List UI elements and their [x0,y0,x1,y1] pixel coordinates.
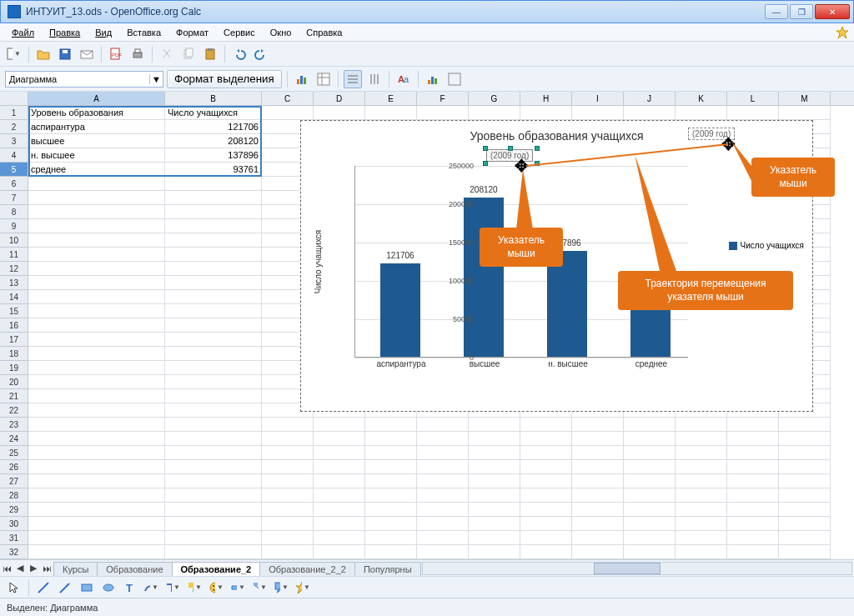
cell-A11[interactable] [28,248,165,262]
sheet-tab-3[interactable]: Образование_2 [172,562,261,576]
cell-grid[interactable]: Уровень образованияЧисло учащихсяаспиран… [28,106,854,559]
print-button[interactable] [128,45,147,63]
cell-K24[interactable] [676,432,727,446]
cell-B3[interactable]: 208120 [165,134,262,148]
cell-C1[interactable] [262,106,314,120]
save-button[interactable] [56,45,74,63]
stars-tool[interactable]: ▼ [294,578,313,597]
cell-J26[interactable] [624,460,676,474]
col-header-A[interactable]: A [28,92,165,105]
col-header-C[interactable]: C [262,92,314,105]
cell-B24[interactable] [165,432,262,446]
cell-I26[interactable] [572,460,624,474]
cell-A24[interactable] [28,432,165,446]
row-header-30[interactable]: 30 [0,517,28,531]
cell-J23[interactable] [624,418,676,432]
tab-nav-next[interactable]: ▶ [27,562,40,575]
cell-H31[interactable] [520,531,572,545]
cell-G29[interactable] [469,503,520,517]
menu-service[interactable]: Сервис [217,26,262,39]
cell-M29[interactable] [779,503,831,517]
cell-A5[interactable]: среднее [28,163,165,177]
col-header-E[interactable]: E [365,92,417,105]
cell-A15[interactable] [28,304,165,318]
cell-H27[interactable] [520,474,572,488]
row-header-20[interactable]: 20 [0,375,28,389]
cell-F31[interactable] [417,531,469,545]
cell-K28[interactable] [676,488,727,503]
col-header-J[interactable]: J [624,92,676,105]
cell-E1[interactable] [365,106,417,120]
cell-J24[interactable] [624,432,676,446]
cell-F29[interactable] [417,503,469,517]
row-header-12[interactable]: 12 [0,262,28,276]
cell-B14[interactable] [165,290,262,304]
rect-tool[interactable] [78,578,96,597]
cell-B6[interactable] [165,177,262,191]
cell-M1[interactable] [779,106,831,120]
cell-B23[interactable] [165,418,262,432]
cell-I1[interactable] [572,106,624,120]
format-selection-button[interactable]: Формат выделения [167,70,282,88]
cell-H24[interactable] [520,432,572,446]
cell-E24[interactable] [365,432,417,446]
select-tool[interactable] [5,578,23,597]
open-button[interactable] [34,45,53,63]
col-header-L[interactable]: L [727,92,779,105]
cell-F26[interactable] [417,460,469,474]
cell-D24[interactable] [314,432,365,446]
row-header-26[interactable]: 26 [0,460,28,474]
chart-type-button[interactable] [293,70,311,88]
menu-window[interactable]: Окно [264,26,299,39]
cell-L1[interactable] [727,106,779,120]
cell-J29[interactable] [624,503,676,517]
row-header-22[interactable]: 22 [0,403,28,418]
row-header-17[interactable]: 17 [0,333,28,347]
chart-subtitle-original[interactable]: (2009 год) [486,149,533,162]
vgrid-button[interactable] [365,70,384,88]
cell-A17[interactable] [28,333,165,347]
restore-button[interactable]: ❐ [790,4,813,19]
cell-J31[interactable] [624,531,676,545]
cell-F25[interactable] [417,446,469,460]
cell-A1[interactable]: Уровень образования [28,106,165,120]
cell-I30[interactable] [572,517,624,531]
cell-K23[interactable] [676,418,727,432]
cell-E26[interactable] [365,460,417,474]
row-header-1[interactable]: 1 [0,106,28,120]
spreadsheet[interactable]: ABCDEFGHIJKLM 12345678910111213141516171… [0,92,854,559]
cell-K26[interactable] [676,460,727,474]
cell-F23[interactable] [417,418,469,432]
row-header-29[interactable]: 29 [0,503,28,517]
menu-view[interactable]: Вид [88,26,118,39]
cell-L23[interactable] [727,418,779,432]
tab-nav-prev[interactable]: ◀ [13,562,27,575]
cell-E30[interactable] [365,517,417,531]
cell-B31[interactable] [165,531,262,545]
cell-B7[interactable] [165,191,262,205]
row-header-32[interactable]: 32 [0,545,28,559]
cell-A30[interactable] [28,517,165,531]
cell-I24[interactable] [572,432,624,446]
cell-H29[interactable] [520,503,572,517]
cell-L32[interactable] [727,545,779,559]
menu-file[interactable]: Файл [5,26,41,39]
cell-H28[interactable] [520,488,572,503]
cell-J32[interactable] [624,545,676,559]
cell-I29[interactable] [572,503,624,517]
cell-J1[interactable] [624,106,676,120]
cell-B19[interactable] [165,361,262,375]
cell-E31[interactable] [365,531,417,545]
cell-L28[interactable] [727,488,779,503]
cell-J25[interactable] [624,446,676,460]
cell-D25[interactable] [314,446,365,460]
cell-B30[interactable] [165,517,262,531]
symbol-shapes-tool[interactable]: ▼ [208,578,226,597]
cell-C30[interactable] [262,517,314,531]
cell-A21[interactable] [28,389,165,403]
redo-button[interactable] [252,45,270,63]
cell-D30[interactable] [314,517,365,531]
cell-C29[interactable] [262,503,314,517]
cell-A10[interactable] [28,233,165,248]
cell-B4[interactable]: 137896 [165,148,262,163]
